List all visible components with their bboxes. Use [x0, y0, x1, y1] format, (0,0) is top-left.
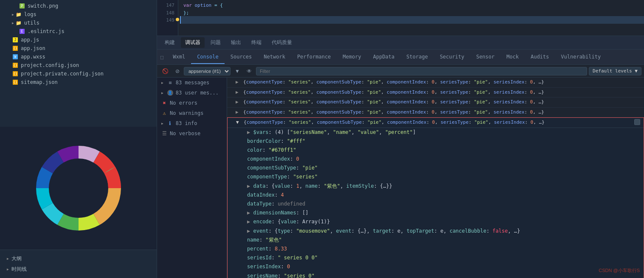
tab-console[interactable]: Console — [191, 50, 225, 64]
file-projectprivate[interactable]: {} project.private.config.json — [0, 70, 157, 78]
info-arrow: ▶ — [161, 122, 163, 125]
tab-debugger[interactable]: 调试器 — [181, 37, 205, 48]
tab-network[interactable]: Network — [258, 50, 291, 64]
verbose-label: No verbose — [170, 131, 200, 136]
errors-label: No errors — [170, 100, 197, 106]
default-levels-dropdown[interactable]: Default levels ▼ — [589, 67, 641, 75]
sidebar-errors[interactable]: ✖ No errors — [157, 98, 227, 108]
console-sidebar: ▶ ≡ 83 messages ▶ 👤 83 user mes... ✖ No … — [157, 78, 227, 278]
row-text: {componentType: "series", componentSubTy… — [243, 109, 641, 116]
folder-name: utils — [24, 20, 39, 26]
property-componentsubtype: componentSubType: "pie" — [240, 164, 644, 172]
file-js-icon: J — [12, 36, 19, 43]
tab-appdata[interactable]: AppData — [367, 50, 401, 64]
expand-icon: ▶ — [236, 89, 242, 96]
tab-sensor[interactable]: Sensor — [470, 50, 501, 64]
breakpoint-indicator — [176, 18, 179, 21]
file-sitemap[interactable]: {} sitemap.json — [0, 78, 157, 86]
folder-icon: 📁 — [15, 11, 22, 18]
file-eslintrc[interactable]: E .eslintrc.js — [0, 27, 157, 36]
tab-security[interactable]: Security — [434, 50, 470, 64]
console-row[interactable]: ▶ {componentType: "series", componentSub… — [227, 97, 644, 108]
outline-nav[interactable]: ▶ 大纲 — [0, 253, 157, 264]
tab-storage[interactable]: Storage — [400, 50, 434, 64]
tab-memory[interactable]: Memory — [337, 50, 367, 64]
warnings-label: No warnings — [170, 110, 203, 116]
copy-button[interactable] — [634, 119, 640, 125]
property-color: color: "#670ff1" — [240, 146, 644, 155]
file-name: app.json — [21, 45, 45, 51]
property-vars[interactable]: ▶ $vars: (4) ["seriesName", "name", "val… — [240, 128, 644, 137]
property-dataindex: dataIndex: 4 — [240, 191, 644, 200]
folder-utils[interactable]: ▶ 📁 utils — [0, 19, 157, 27]
file-appjs[interactable]: J app.js — [0, 36, 157, 44]
file-appwxss[interactable]: W app.wxss — [0, 53, 157, 61]
tab-output[interactable]: 输出 — [227, 37, 245, 48]
eye-button[interactable]: 👁 — [244, 67, 254, 75]
console-row[interactable]: ▶ {componentType: "series", componentSub… — [227, 78, 644, 88]
sidebar-warnings[interactable]: ⚠ No warnings — [157, 108, 227, 118]
console-row[interactable]: ▶ {componentType: "series", componentSub… — [227, 88, 644, 98]
bottom-navigation: ▶ 大纲 ▶ 时间线 — [0, 250, 157, 278]
devtools-tab-bar: ⬚ Wxml Console Sources Network Performan… — [157, 50, 644, 65]
svg-point-0 — [55, 165, 102, 211]
pie-chart — [23, 133, 134, 243]
expanded-header-text: {componentType: "series", componentSubTy… — [244, 119, 633, 126]
property-bordercolor: borderColor: "#fff" — [240, 137, 644, 146]
messages-arrow: ▶ — [161, 81, 163, 85]
sidebar-user-messages[interactable]: ▶ 👤 83 user mes... — [157, 88, 227, 98]
block-button[interactable]: ⊘ — [173, 67, 182, 75]
outline-label: 大纲 — [11, 255, 22, 262]
tab-build[interactable]: 构建 — [160, 37, 179, 48]
folder-arrow: ▶ — [12, 13, 14, 17]
property-data[interactable]: ▶ data: {value: 1, name: "紫色", itemStyle… — [240, 182, 644, 191]
folder-logs[interactable]: ▶ 📁 logs — [0, 10, 157, 19]
tab-audits[interactable]: Audits — [525, 50, 555, 64]
tab-mock[interactable]: Mock — [501, 50, 525, 64]
verbose-icon: ☰ — [161, 131, 167, 136]
sidebar-info[interactable]: ▶ ℹ 83 info — [157, 118, 227, 128]
property-event[interactable]: ▶ event: {type: "mousemove", event: {…},… — [240, 227, 644, 236]
messages-label: 83 messages — [176, 80, 209, 86]
tab-performance[interactable]: Performance — [291, 50, 337, 64]
clear-console-button[interactable]: 🚫 — [160, 67, 171, 75]
property-dimensionnames[interactable]: ▶ dimensionNames: [] — [240, 208, 644, 217]
file-wxss-icon: W — [12, 53, 19, 60]
error-icon: ✖ — [161, 100, 167, 106]
file-png-icon: P — [19, 3, 25, 9]
tab-wxml[interactable]: Wxml — [167, 50, 191, 64]
appservice-select[interactable]: appservice (#1) — [184, 67, 231, 75]
file-appjson[interactable]: {} app.json — [0, 44, 157, 53]
file-projectconfig[interactable]: {} project.config.json — [0, 61, 157, 70]
dropdown-button[interactable]: ▼ — [232, 67, 242, 75]
sidebar-verbose[interactable]: ☰ No verbose — [157, 128, 227, 139]
timeline-nav[interactable]: ▶ 时间线 — [0, 264, 157, 275]
expanded-header-row[interactable]: ▼ {componentType: "series", componentSub… — [228, 118, 644, 128]
cursor-icon[interactable]: ⬚ — [157, 53, 167, 62]
property-datatype: dataType: undefined — [240, 200, 644, 208]
tab-sources[interactable]: Sources — [225, 50, 258, 64]
sidebar-messages[interactable]: ▶ ≡ 83 messages — [157, 78, 227, 88]
folder-icon: 📁 — [15, 19, 22, 26]
filter-input[interactable] — [256, 67, 587, 75]
user-messages-label: 83 user mes... — [176, 90, 219, 96]
row-text: {componentType: "series", componentSubTy… — [243, 79, 641, 86]
tab-vulnerability[interactable]: Vulnerability — [555, 50, 607, 64]
current-line-highlight — [180, 16, 644, 24]
tab-terminal[interactable]: 终端 — [247, 37, 266, 48]
console-output: ▶ {componentType: "series", componentSub… — [227, 78, 644, 278]
tab-issues[interactable]: 问题 — [206, 37, 225, 48]
property-encode[interactable]: ▶ encode: {value: Array(1)} — [240, 217, 644, 226]
line-numbers: 147 148 149 — [157, 0, 178, 36]
file-tree: P switch.png ▶ 📁 logs ▶ 📁 utils E .eslin… — [0, 0, 157, 127]
console-row[interactable]: ▶ {componentType: "series", componentSub… — [227, 108, 644, 118]
property-componentindex: componentIndex: 0 — [240, 155, 644, 164]
info-label: 83 info — [176, 120, 197, 126]
file-name: switch.png — [28, 3, 58, 9]
tab-codequality[interactable]: 代码质量 — [267, 37, 296, 48]
code-editor: 147 148 149 var option = { }; — [157, 0, 644, 36]
file-switch-png[interactable]: P switch.png — [0, 2, 157, 10]
property-componenttype: componentType: "series" — [240, 172, 644, 181]
property-percent: percent: 8.33 — [240, 245, 644, 253]
file-name: sitemap.json — [21, 79, 58, 85]
